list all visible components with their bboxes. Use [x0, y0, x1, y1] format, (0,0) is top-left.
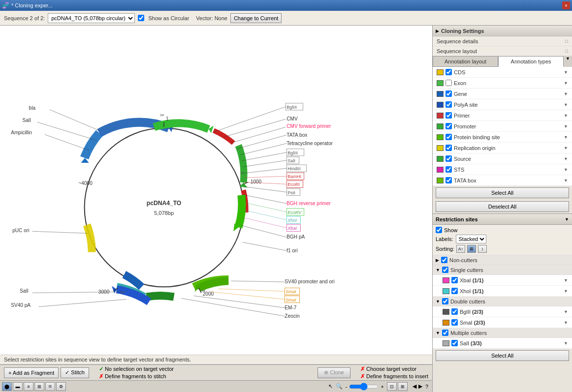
polya-dropdown-icon[interactable]: ▼ — [564, 102, 568, 107]
xhoi-dropdown-icon[interactable]: ▼ — [564, 289, 568, 294]
help-icon[interactable]: ? — [425, 384, 428, 390]
primer-checkbox[interactable] — [445, 112, 452, 119]
sequence-layout-row[interactable]: Sequence layout □ — [433, 46, 572, 56]
status-messages: ✓ No selection on target vector ✗ Define… — [99, 366, 174, 380]
gene-checkbox[interactable] — [445, 90, 452, 97]
change-current-button[interactable]: Change to Current — [230, 13, 282, 23]
tata-dropdown-icon[interactable]: ▼ — [564, 178, 568, 183]
linear-view-button[interactable]: ▬ — [13, 382, 23, 391]
sort-count-button[interactable]: ↕ — [478, 245, 487, 253]
label-sv40-promoter: SV40 promoter and ori — [285, 279, 334, 284]
restriction-sites-header[interactable]: Restriction sites ▼ — [433, 214, 572, 225]
double-cutters-label: Double cutters — [450, 299, 569, 304]
smai-checkbox[interactable] — [451, 319, 458, 326]
non-cutters-header[interactable]: ▶ Non-cutters — [433, 255, 572, 265]
sequence-label: Sequence 2 of 2: — [4, 15, 45, 21]
bglii-dropdown-icon[interactable]: ▼ — [564, 309, 568, 314]
polya-checkbox[interactable] — [445, 101, 452, 108]
clone-status-messages: ✗ Choose target vector ✗ Define fragment… — [360, 366, 428, 380]
sts-dropdown-icon[interactable]: ▼ — [564, 167, 568, 172]
sequence-layout-label: Sequence layout — [437, 48, 566, 54]
sort-az-button[interactable]: A↑ — [456, 245, 465, 253]
title-bar: 🧬 * Cloning exper... × — [0, 0, 572, 11]
multiple-cutters-checkbox[interactable] — [442, 330, 448, 336]
expand-view-button[interactable]: ⊞ — [398, 382, 408, 391]
tab-annotation-layout[interactable]: Annotation layout — [433, 56, 498, 67]
group-double-cutters: ▼ Double cutters BglII (2/3) ▼ — [433, 297, 572, 328]
split-view-button[interactable]: ⧈ — [45, 382, 55, 391]
source-checkbox[interactable] — [445, 155, 452, 162]
fit-view-button[interactable]: ⊡ — [387, 382, 397, 391]
promoter-checkbox[interactable] — [445, 123, 452, 129]
clone-button[interactable]: ⊕ Clone — [318, 367, 350, 378]
promoter-dropdown-icon[interactable]: ▼ — [564, 124, 568, 129]
exon-dropdown-icon[interactable]: ▼ — [564, 81, 568, 86]
non-cutters-checkbox[interactable] — [441, 257, 447, 263]
annotation-collapse-icon[interactable]: ▼ — [564, 56, 572, 67]
xbai-checkbox[interactable] — [451, 277, 458, 283]
labels-select[interactable]: Stacked — [456, 235, 486, 243]
replication-dropdown-icon[interactable]: ▼ — [564, 146, 568, 151]
multiple-cutters-header[interactable]: ▼ Multiple cutters — [433, 328, 572, 338]
label-xbai: XbaI — [287, 226, 297, 231]
gene-dropdown-icon[interactable]: ▼ — [564, 91, 568, 96]
restriction-show-checkbox[interactable] — [436, 227, 442, 233]
app-icon: 🧬 — [2, 2, 9, 9]
label-ecori: EcoRI — [287, 182, 300, 187]
zoom-out-label[interactable]: - — [346, 384, 348, 390]
cds-checkbox[interactable] — [445, 69, 452, 75]
tab-annotation-types[interactable]: Annotation types — [498, 56, 564, 67]
sequence-view-button[interactable]: ≡ — [24, 382, 33, 391]
stitch-button[interactable]: ✓ Stitch — [61, 367, 89, 378]
source-color — [437, 156, 444, 162]
restriction-collapse-icon[interactable]: ▼ — [565, 217, 569, 222]
right-panel: ▶ Cloning Settings Sequence details □ Se… — [433, 26, 572, 392]
tata-checkbox[interactable] — [445, 177, 452, 183]
bglii-checkbox[interactable] — [451, 308, 458, 315]
exon-label: Exon — [454, 80, 563, 86]
single-cutters-header[interactable]: ▼ Single cutters — [433, 265, 572, 275]
replication-checkbox[interactable] — [445, 145, 452, 151]
label-bgh-pa: BGH pA — [286, 234, 305, 240]
zoom-in-label[interactable]: + — [381, 384, 383, 390]
annotation-item-source: Source ▼ — [433, 153, 572, 164]
exon-checkbox[interactable] — [445, 80, 452, 86]
choose-target-status: ✗ Choose target vector — [360, 366, 428, 372]
sequence-details-row[interactable]: Sequence details □ — [433, 36, 572, 46]
xhoi-label: XhoI (1/1) — [460, 288, 562, 294]
show-circular-checkbox[interactable] — [138, 15, 144, 21]
restriction-controls: Show Labels: Stacked Sorting: A↑ ⊞ ↕ — [433, 225, 572, 255]
label-sv40-pa: SV40 pA — [11, 302, 31, 308]
protein-dropdown-icon[interactable]: ▼ — [564, 135, 568, 140]
cloning-settings-header[interactable]: ▶ Cloning Settings — [433, 26, 572, 36]
nav-next[interactable]: ▶ — [418, 383, 422, 390]
cds-dropdown-icon[interactable]: ▼ — [564, 70, 568, 75]
sali-dropdown-icon[interactable]: ▼ — [564, 341, 568, 346]
xbai-dropdown-icon[interactable]: ▼ — [564, 278, 568, 283]
double-cutters-checkbox[interactable] — [442, 298, 448, 304]
nav-prev[interactable]: ◀ — [413, 383, 416, 390]
deselect-all-button[interactable]: Deselect All — [436, 201, 569, 212]
protein-checkbox[interactable] — [445, 134, 452, 140]
map-area[interactable]: 1 1000 2000 3000 ~4000 pcDNA4_TO 5,078bp — [0, 26, 432, 355]
sts-checkbox[interactable] — [445, 166, 452, 173]
primer-dropdown-icon[interactable]: ▼ — [564, 113, 568, 118]
smai-dropdown-icon[interactable]: ▼ — [564, 320, 568, 325]
restriction-select-all-button[interactable]: Select All — [436, 350, 569, 361]
zoom-slider[interactable] — [349, 383, 379, 390]
sequence-panel: 1 1000 2000 3000 ~4000 pcDNA4_TO 5,078bp — [0, 26, 433, 392]
circular-view-button[interactable]: ⬤ — [2, 382, 12, 391]
add-as-fragment-button[interactable]: + Add as Fragment — [4, 367, 59, 378]
sali-checkbox[interactable] — [451, 340, 458, 346]
source-label: Source — [454, 156, 563, 162]
single-cutters-checkbox[interactable] — [442, 267, 448, 273]
xhoi-checkbox[interactable] — [451, 288, 458, 294]
settings-view-button[interactable]: ⚙ — [56, 382, 66, 391]
close-button[interactable]: × — [562, 1, 570, 9]
sequence-select[interactable]: pcDNA4_TO (5,078bp circular) — [48, 13, 135, 23]
select-all-button[interactable]: Select All — [436, 187, 569, 198]
table-view-button[interactable]: ⊞ — [34, 382, 44, 391]
sort-pos-button[interactable]: ⊞ — [467, 245, 476, 253]
source-dropdown-icon[interactable]: ▼ — [564, 156, 568, 161]
double-cutters-header[interactable]: ▼ Double cutters — [433, 297, 572, 306]
